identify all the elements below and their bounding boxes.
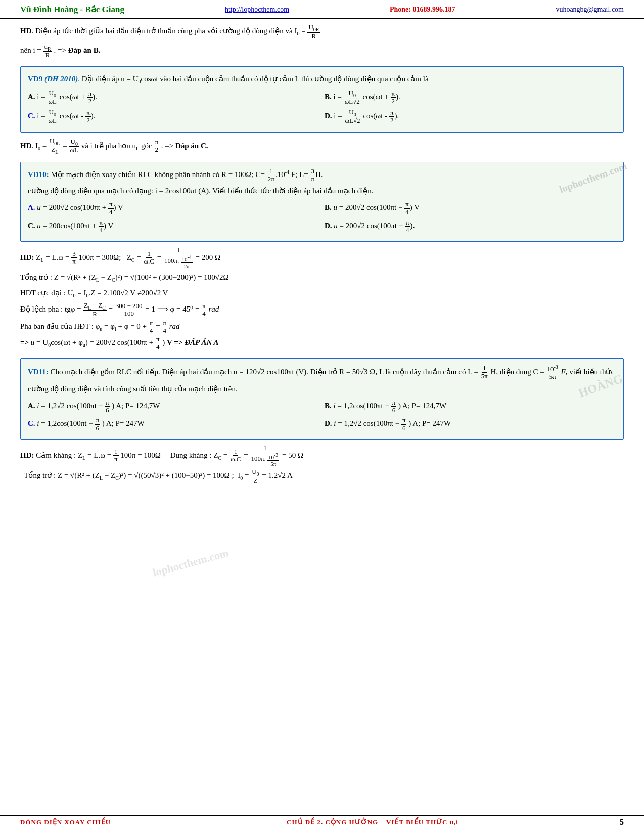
hd-vd11-block: HD: Cảm kháng : ZL = L.ω = 1π 100π = 100… xyxy=(20,445,624,485)
frac-vd11-d: π6 xyxy=(401,417,407,432)
email-info: vuhoangbg@gmail.com xyxy=(556,6,624,14)
vd10-box: VD10: Một mạch điện xoay chiều RLC không… xyxy=(20,162,624,242)
frac-hd10-zc: 1ω.C xyxy=(143,250,155,266)
hd-vd10-label: HD: xyxy=(20,253,34,261)
vd10-label-c: C. xyxy=(28,222,35,230)
vd9-label-b: B. xyxy=(325,93,332,101)
vd11-label-c: C. xyxy=(28,420,35,428)
hd-vd10-pha: Pha ban đầu của HĐT : φu = φi + φ = 0 + … xyxy=(20,320,624,335)
page-number: 5 xyxy=(620,818,624,827)
fraction-ur-r: uR R xyxy=(43,43,52,59)
vd9-id: VD9 (ĐH 2010) xyxy=(28,75,78,83)
frac-hd11-i0: U0Z xyxy=(251,468,260,485)
watermark-3: lophocthem.com xyxy=(151,546,230,579)
frac-pi4-2: π4 xyxy=(149,320,154,335)
frac-hd10-phi: ZL − ZC R xyxy=(83,302,107,318)
frac-vd10-d: π4 xyxy=(405,219,410,234)
frac-a1: U0ωL xyxy=(47,90,58,106)
vd11-title-line: VD11: Cho mạch điện gồm RLC nối tiếp. Đi… xyxy=(28,364,616,381)
hd-vd8-block: HD. Điện áp tức thời giữa hai đầu điện t… xyxy=(20,24,624,59)
vd10-option-a: A. u = 200√2 cos(100πt + π4) V xyxy=(28,200,319,217)
answer-vd9: Đáp án C. xyxy=(175,141,208,149)
vd10-option-b: B. u = 200√2 cos(100πt − π4) V xyxy=(325,200,616,217)
frac-d1: U0ωL√2 xyxy=(344,109,361,125)
vd9-title-line: VD9 (ĐH 2010). Đặt điện áp u = U0cosωt v… xyxy=(28,72,616,86)
footer-left-text: DÒNG ĐIỆN XOAY CHIỀU xyxy=(20,818,111,826)
phone-label: Phone: xyxy=(390,6,411,13)
hd-vd10-z: Tổng trở : Z = √(R² + (ZL − ZC)²) = √(10… xyxy=(20,271,624,285)
vd9-content: VD9 (ĐH 2010). Đặt điện áp u = U0cosωt v… xyxy=(28,72,616,126)
frac-vd11-c: π6 xyxy=(95,417,100,432)
vd10-id: VD10: xyxy=(28,170,49,179)
footer: DÒNG ĐIỆN XOAY CHIỀU – CHỦ ĐỀ 2. CỘNG HƯ… xyxy=(0,815,644,827)
vd10-label-a: A. xyxy=(28,204,35,212)
frac-vd10-c: 12π xyxy=(267,168,275,183)
hd-vd10-answer: => u = U0cos(ωt + φu) = 200√2 cos(100πt … xyxy=(20,336,624,351)
vd11-problem-text: cường độ dòng điện và tính công suất tiê… xyxy=(28,382,616,396)
vd9-option-a: A. i = U0ωL cos(ωt + π2). xyxy=(28,89,319,107)
hd-vd8-formula: nên i = uR R . => Đáp án B. xyxy=(20,43,624,59)
hd-vd11-z: Tổng trở : Z = √(R² + (ZL − ZC)²) = √((5… xyxy=(20,468,624,485)
vd9-label-c: C. xyxy=(28,112,35,120)
frac-vd10-l: 3π xyxy=(310,168,315,183)
vd9-box: VD9 (ĐH 2010). Đặt điện áp u = U0cosωt v… xyxy=(20,66,624,133)
hd-vd9-block: HD. I0 = U0LZL = U0ωL và i trễ pha hơn u… xyxy=(20,138,624,155)
vd9-label-a: A. xyxy=(28,93,35,101)
frac-pi-2: π2 xyxy=(154,139,159,154)
frac-d2: π2 xyxy=(389,109,395,124)
vd9-options: A. i = U0ωL cos(ωt + π2). B. i = U0ωL√2 … xyxy=(28,89,616,126)
vd9-option-b: B. i = U0ωL√2 cos(ωt + π2). xyxy=(325,89,616,107)
vd11-option-c: C. i = 1,2cos(100πt − π6 ) A; P= 247W xyxy=(28,416,319,433)
answer-arrow: => xyxy=(20,338,29,346)
frac-vd10-c2: π4 xyxy=(99,219,104,234)
frac-vd11-l: 15π xyxy=(480,365,489,380)
vd10-problem-text: cường độ dòng điện qua mạch có dạng: i =… xyxy=(28,184,616,198)
hd-vd9-label: HD xyxy=(20,141,32,149)
vd11-label-b: B. xyxy=(325,402,332,410)
frac-hd10-l: 3π xyxy=(71,250,77,266)
vd10-label-b: B. xyxy=(325,204,332,212)
hd-vd9-text: HD. I0 = U0LZL = U0ωL và i trễ pha hơn u… xyxy=(20,138,624,155)
frac-pi4-3: π4 xyxy=(162,320,167,335)
frac-c2: π2 xyxy=(85,109,91,124)
frac-hd-vd9-2: U0ωL xyxy=(69,138,79,154)
phone-number: 01689.996.187 xyxy=(412,6,455,13)
website-link[interactable]: http://lophocthem.com xyxy=(225,6,289,14)
frac-inner: 10-42π xyxy=(181,254,193,269)
hd-vd8-text: HD. Điện áp tức thời giữa hai đầu điện t… xyxy=(20,24,624,40)
vd10-title-line: VD10: Một mạch điện xoay chiều RLC không… xyxy=(28,168,616,183)
footer-dash: – xyxy=(272,818,276,826)
vd9-option-c: C. i = U0ωL cos(ωt - π2). xyxy=(28,108,319,126)
frac-b2: π2 xyxy=(391,90,396,105)
hd-vd11-label: HD: xyxy=(20,451,34,459)
vd11-box: VD11: Cho mạch điện gồm RLC nối tiếp. Đi… xyxy=(20,358,624,440)
vd10-option-d: D. u = 200√2 cos(100πt − π4). xyxy=(325,218,616,235)
vd11-option-a: A. i = 1,2√2 cos(100πt − π6 ) A; P= 124,… xyxy=(28,398,319,415)
header: Vũ Đình Hoàng - Bắc Giang http://lophoct… xyxy=(0,0,644,19)
frac-hd10-phi2: 300 − 200 100 xyxy=(115,302,144,318)
frac-hd11-zc2: 1 100π. 10-35π xyxy=(250,445,280,467)
frac-vd11-b: π6 xyxy=(391,399,397,414)
footer-subject: CHỦ ĐỀ 2. CỘNG HƯỞNG – VIẾT BIỂU THỨC u,… xyxy=(287,818,458,826)
frac-hd11-zc: 1ω.C xyxy=(229,448,242,463)
frac-hd11-l: 1π xyxy=(113,448,119,463)
author-name: Vũ Đình Hoàng - Bắc Giang xyxy=(20,4,124,15)
frac-pi4-4: π4 xyxy=(155,336,161,351)
hd-label: HD xyxy=(20,27,32,35)
frac-hd10-zc2: 1 100π. 10-42π xyxy=(163,247,194,269)
frac-vd10-a: π4 xyxy=(108,201,114,216)
vd11-label-d: D. xyxy=(325,420,332,428)
vd10-options: A. u = 200√2 cos(100πt + π4) V B. u = 20… xyxy=(28,200,616,235)
vd10-label-d: D. xyxy=(325,222,332,230)
vd10-content: VD10: Một mạch điện xoay chiều RLC không… xyxy=(28,168,616,235)
vd11-options: A. i = 1,2√2 cos(100πt − π6 ) A; P= 124,… xyxy=(28,398,616,433)
vd9-label-d: D. xyxy=(325,112,332,120)
vd11-id: VD11: xyxy=(28,368,49,376)
frac-vd11-a: π6 xyxy=(105,399,110,414)
frac-pi4-1: π4 xyxy=(201,302,207,318)
footer-separator: – CHỦ ĐỀ 2. CỘNG HƯỞNG – VIẾT BIỂU THỨC … xyxy=(272,818,458,826)
main-content: HD. Điện áp tức thời giữa hai đầu điện t… xyxy=(0,19,644,497)
frac-b1: U0ωL√2 xyxy=(344,90,361,106)
fraction-u0r-r: U0R R xyxy=(307,24,320,40)
answer-vd8: Đáp án B. xyxy=(68,46,101,54)
